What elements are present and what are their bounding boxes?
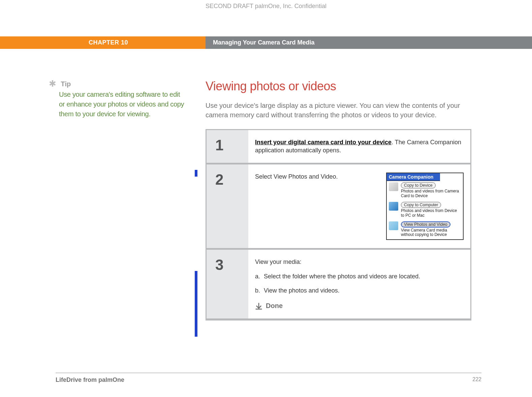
- substep-a: a. Select the folder where the photos an…: [255, 272, 464, 280]
- footer-product: LifeDrive from palmOne: [56, 376, 124, 384]
- done-indicator: Done: [255, 301, 464, 310]
- copy-to-computer-button[interactable]: Copy to Computer: [401, 202, 441, 208]
- step-number: 3: [207, 250, 248, 318]
- page-title: Viewing photos or videos: [206, 79, 471, 93]
- steps-container: 1 Insert your digital camera card into y…: [206, 129, 471, 320]
- chapter-label: CHAPTER 10: [0, 36, 206, 49]
- step-1-body: Insert your digital camera card into you…: [248, 130, 470, 163]
- cc-sub-2: Photos and videos from Device to PC or M…: [401, 209, 461, 218]
- down-arrow-icon: [255, 302, 262, 310]
- cc-row-copy-to-computer: Copy to Computer Photos and videos from …: [387, 201, 463, 220]
- asterisk-icon: ✱: [49, 79, 58, 88]
- confidential-watermark: SECOND DRAFT palmOne, Inc. Confidential: [0, 3, 532, 10]
- substep-b: b. View the photos and videos.: [255, 286, 464, 295]
- chapter-title: Managing Your Camera Card Media: [206, 36, 532, 49]
- camera-companion-screenshot: Camera Companion Copy to Device Photos a…: [386, 173, 464, 240]
- substep-b-text: View the photos and videos.: [264, 286, 340, 295]
- cc-sub-3: View Camera Card media without copying t…: [401, 228, 461, 238]
- cc-row-copy-to-device: Copy to Device Photos and videos from Ca…: [387, 181, 463, 201]
- step-1: 1 Insert your digital camera card into y…: [207, 130, 470, 163]
- change-bar-icon: [195, 271, 197, 337]
- step-2-text: Select View Photos and Video.: [255, 173, 379, 240]
- copy-to-device-button[interactable]: Copy to Device: [401, 182, 436, 188]
- step-number: 1: [207, 130, 248, 163]
- sidebar: ✱ Tip Use your camera's editing software…: [0, 79, 206, 320]
- step-3: 3 View your media: a. Select the folder …: [207, 250, 470, 318]
- done-label: Done: [266, 301, 283, 310]
- substep-letter: b.: [255, 286, 264, 295]
- tip-block: ✱ Tip Use your camera's editing software…: [59, 79, 185, 119]
- page-footer: LifeDrive from palmOne 222: [56, 373, 481, 384]
- cc-app-title: Camera Companion: [387, 173, 440, 181]
- tip-body: Use your camera's editing software to ed…: [59, 90, 185, 119]
- intro-paragraph: Use your device's large display as a pic…: [206, 101, 471, 120]
- device-icon: [389, 182, 398, 191]
- main-content: Viewing photos or videos Use your device…: [206, 79, 532, 320]
- page-number: 222: [472, 376, 481, 384]
- step-2: 2 Select View Photos and Video. Camera C…: [207, 164, 470, 248]
- view-photos-video-button[interactable]: View Photos and Video: [401, 221, 450, 227]
- photos-icon: [389, 221, 398, 230]
- tip-label: Tip: [61, 80, 71, 88]
- insert-card-link[interactable]: Insert your digital camera card into you…: [255, 139, 392, 146]
- substep-a-text: Select the folder where the photos and v…: [264, 272, 420, 280]
- change-bar-icon: [195, 170, 197, 177]
- chapter-banner: CHAPTER 10 Managing Your Camera Card Med…: [0, 36, 532, 49]
- substep-letter: a.: [255, 272, 264, 280]
- step-3-heading: View your media:: [255, 258, 464, 266]
- cc-sub-1: Photos and videos from Camera Card to De…: [401, 189, 461, 198]
- computer-icon: [389, 202, 398, 211]
- cc-row-view-photos: View Photos and Video View Camera Card m…: [387, 220, 463, 240]
- step-number: 2: [207, 164, 248, 248]
